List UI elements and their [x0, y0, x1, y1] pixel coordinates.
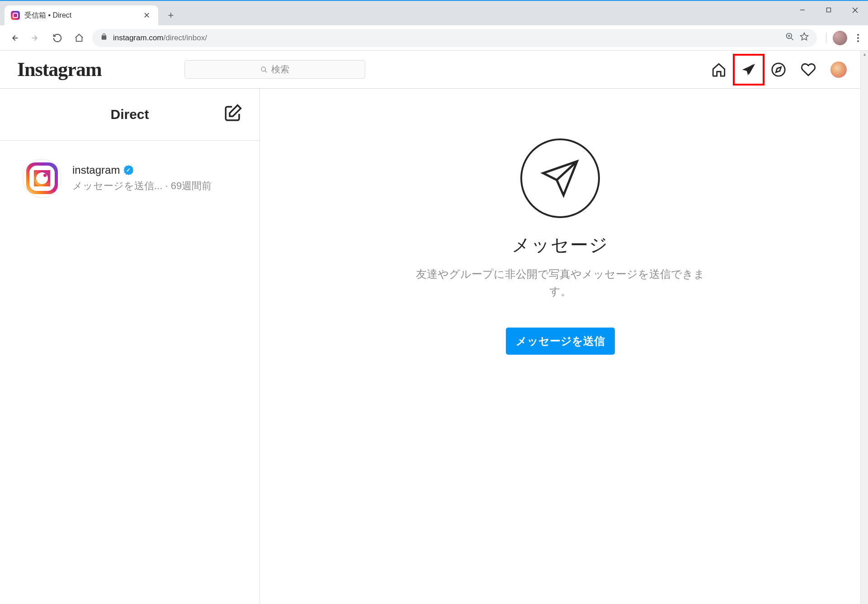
thread-list: instagram メッセージを送信... · 69週間前	[0, 141, 259, 604]
svg-marker-14	[776, 67, 781, 72]
browser-tab[interactable]: 受信箱 • Direct ✕	[5, 5, 158, 25]
inbox-header: Direct	[0, 89, 259, 141]
zoom-icon[interactable]	[785, 32, 794, 43]
verified-badge-icon	[123, 165, 133, 175]
svg-point-11	[261, 67, 265, 71]
star-icon[interactable]	[800, 32, 809, 43]
direct-messages-icon[interactable]	[741, 62, 756, 77]
scrollbar[interactable]	[860, 51, 868, 604]
search-input[interactable]: 検索	[184, 60, 365, 79]
explore-icon[interactable]	[771, 62, 786, 77]
new-tab-button[interactable]: +	[162, 6, 180, 24]
instagram-header: Instagram 検索	[0, 51, 860, 89]
paper-plane-circle-icon	[520, 138, 600, 218]
close-window-button[interactable]	[842, 1, 868, 19]
home-button[interactable]	[71, 29, 88, 47]
svg-marker-10	[801, 33, 808, 40]
forward-button[interactable]	[27, 29, 44, 47]
maximize-button[interactable]	[816, 1, 842, 19]
address-bar[interactable]: instagram.com/direct/inbox/	[92, 29, 817, 47]
thread-avatar	[23, 159, 61, 198]
thread-username: instagram	[72, 164, 120, 176]
browser-toolbar: instagram.com/direct/inbox/	[0, 25, 868, 51]
url-text: instagram.com/direct/inbox/	[113, 33, 780, 43]
empty-description: 友達やグループに非公開で写真やメッセージを送信できます。	[415, 266, 705, 300]
reload-button[interactable]	[49, 29, 66, 47]
empty-state: メッセージ 友達やグループに非公開で写真やメッセージを送信できます。 メッセージ…	[260, 89, 860, 604]
instagram-favicon	[11, 11, 20, 20]
thread-preview: メッセージを送信... · 69週間前	[72, 179, 246, 193]
inbox-title: Direct	[110, 107, 149, 122]
separator	[826, 33, 826, 43]
tab-title: 受信箱 • Direct	[24, 11, 137, 20]
instagram-logo[interactable]: Instagram	[17, 58, 171, 81]
instagram-nav	[379, 62, 847, 78]
send-message-button[interactable]: メッセージを送信	[506, 328, 615, 355]
home-icon[interactable]	[711, 62, 726, 77]
search-icon	[260, 66, 268, 73]
back-button[interactable]	[5, 29, 23, 47]
profile-avatar-button[interactable]	[833, 31, 847, 45]
svg-line-12	[265, 71, 267, 72]
thread-item[interactable]: instagram メッセージを送信... · 69週間前	[0, 152, 259, 204]
inbox-sidebar: Direct instagram	[0, 89, 260, 604]
browser-tab-bar: 受信箱 • Direct ✕ +	[0, 1, 868, 25]
search-placeholder: 検索	[271, 63, 289, 76]
close-tab-icon[interactable]: ✕	[142, 10, 152, 21]
empty-title: メッセージ	[512, 233, 609, 257]
browser-menu-button[interactable]	[854, 30, 863, 46]
user-avatar[interactable]	[830, 62, 847, 78]
svg-line-7	[791, 38, 793, 40]
window-controls	[789, 1, 868, 19]
activity-heart-icon[interactable]	[801, 62, 816, 77]
svg-rect-1	[827, 8, 831, 12]
svg-point-13	[772, 63, 785, 76]
lock-icon	[100, 33, 108, 43]
compose-message-button[interactable]	[223, 104, 242, 126]
minimize-button[interactable]	[789, 1, 816, 19]
